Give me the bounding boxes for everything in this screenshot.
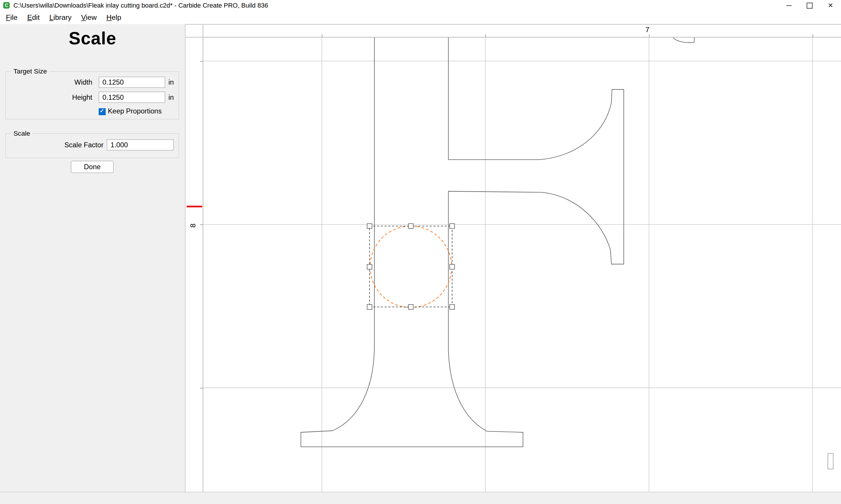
- handle-middle-right[interactable]: [450, 264, 455, 269]
- selection-handles[interactable]: [367, 224, 454, 309]
- cursor-position-marker: [187, 205, 202, 208]
- letter-outline-path[interactable]: [301, 38, 624, 447]
- clipped-shape-path[interactable]: [672, 38, 694, 42]
- minimize-button[interactable]: [778, 0, 799, 11]
- width-input[interactable]: [99, 77, 165, 88]
- ruler-tick: [200, 61, 203, 61]
- scrollbar-fragment[interactable]: [827, 453, 834, 469]
- handle-bottom-center[interactable]: [409, 305, 413, 309]
- height-input[interactable]: [99, 92, 165, 103]
- keep-proportions-label: Keep Proportions: [108, 107, 162, 115]
- handle-bottom-left[interactable]: [367, 305, 372, 309]
- handle-top-right[interactable]: [450, 224, 455, 229]
- title-bar: C:\Users\willa\Downloads\Fleak inlay cut…: [0, 0, 841, 11]
- close-button[interactable]: ✕: [820, 0, 841, 11]
- height-unit-label: in: [169, 93, 174, 102]
- menu-help-label: Help: [106, 14, 121, 22]
- scale-factor-label: Scale Factor: [48, 141, 103, 149]
- ruler-tick: [813, 34, 813, 37]
- drawing-area[interactable]: [203, 38, 841, 492]
- scale-panel: Scale Target Size Width in Height in Kee…: [0, 24, 186, 492]
- menu-library-label: Library: [49, 14, 71, 22]
- height-label: Height: [32, 93, 92, 102]
- keep-proportions-checkbox[interactable]: [99, 108, 106, 115]
- restore-button[interactable]: [799, 0, 820, 11]
- handle-middle-left[interactable]: [367, 264, 372, 269]
- menu-library[interactable]: Library: [45, 12, 76, 23]
- selected-circle[interactable]: [370, 226, 451, 307]
- menu-edit[interactable]: Edit: [22, 12, 45, 23]
- left-ruler-label: 8: [189, 217, 200, 234]
- window-controls: ✕: [778, 0, 841, 11]
- width-label: Width: [32, 78, 92, 86]
- ruler-tick: [649, 34, 649, 37]
- status-bar: [0, 492, 841, 504]
- panel-title: Scale: [0, 28, 185, 49]
- restore-icon: [807, 2, 812, 8]
- close-icon: ✕: [828, 2, 833, 8]
- application-window: C:\Users\willa\Downloads\Fleak inlay cut…: [0, 0, 841, 504]
- menu-help[interactable]: Help: [102, 12, 126, 23]
- scale-group-label: Scale: [12, 129, 32, 137]
- minimize-icon: [786, 5, 791, 5]
- ruler-tick: [322, 34, 322, 37]
- handle-top-center[interactable]: [409, 224, 413, 229]
- target-size-group-label: Target Size: [12, 67, 49, 75]
- width-unit-label: in: [169, 78, 174, 86]
- ruler-tick: [485, 34, 486, 37]
- menu-file[interactable]: File: [1, 12, 22, 23]
- window-title: C:\Users\willa\Downloads\Fleak inlay cut…: [14, 2, 268, 9]
- top-ruler: 7: [203, 24, 841, 37]
- menu-view-label: View: [81, 14, 97, 22]
- ruler-tick: [200, 224, 203, 225]
- top-ruler-label: 7: [642, 26, 653, 34]
- ruler-corner: [186, 24, 204, 37]
- handle-bottom-right[interactable]: [450, 305, 455, 309]
- handle-top-left[interactable]: [367, 224, 372, 229]
- ruler-tick: [200, 388, 203, 389]
- menu-view[interactable]: View: [76, 12, 101, 23]
- done-button[interactable]: Done: [71, 161, 114, 173]
- left-ruler: 8: [186, 38, 204, 492]
- menu-edit-label: Edit: [27, 14, 40, 22]
- carbide-create-icon: [3, 2, 10, 8]
- menu-file-label: File: [6, 14, 18, 22]
- grid-lines: [203, 38, 841, 492]
- menu-bar: File Edit Library View Help: [0, 11, 841, 24]
- scale-factor-input[interactable]: [107, 140, 174, 151]
- design-canvas[interactable]: 7 8: [186, 24, 841, 492]
